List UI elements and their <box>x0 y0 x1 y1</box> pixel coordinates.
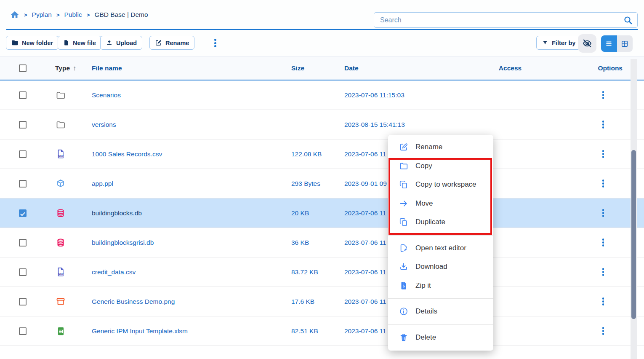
filter-by-button[interactable]: Filter by <box>536 36 581 50</box>
row-options-button[interactable] <box>601 266 606 278</box>
search-input[interactable] <box>374 16 623 24</box>
file-name-link[interactable]: Generic Business Demo.png <box>92 298 175 305</box>
spreadsheet-file-icon <box>56 326 65 336</box>
search-box <box>374 12 638 28</box>
row-options-button[interactable] <box>601 119 606 130</box>
row-options-button[interactable] <box>601 325 606 337</box>
menu-item-duplicate[interactable]: Duplicate <box>388 213 493 232</box>
breadcrumb-item-public[interactable]: Public <box>64 11 82 19</box>
menu-item-zip-it[interactable]: Zip it <box>388 276 493 295</box>
column-header-size[interactable]: Size <box>285 64 337 72</box>
breadcrumb-item-pyplan[interactable]: Pyplan <box>32 11 52 19</box>
menu-divider <box>388 235 493 236</box>
table-row[interactable]: versions 2023-08-15 15:41:13 <box>0 110 644 139</box>
breadcrumb-separator: > <box>87 12 90 18</box>
column-header-file-name[interactable]: File name <box>83 64 285 72</box>
menu-item-details[interactable]: Details <box>388 302 493 321</box>
edit-icon <box>155 39 162 46</box>
row-checkbox[interactable] <box>19 180 27 188</box>
new-folder-label: New folder <box>22 40 53 46</box>
table-row[interactable]: Generic Business Demo.png 17.6 KB 2023-0… <box>0 287 644 316</box>
database-icon <box>56 208 66 218</box>
file-name-link[interactable]: app.ppl <box>92 180 113 187</box>
breadcrumb: > Pyplan > Public > GBD Base | Demo <box>10 10 148 19</box>
table-row[interactable]: Scenarios 2023-07-06 11:15:03 <box>0 80 644 110</box>
row-options-button[interactable] <box>601 296 606 307</box>
select-all-checkbox[interactable] <box>19 64 27 72</box>
row-checkbox[interactable] <box>19 121 27 129</box>
file-size: 20 KB <box>285 209 337 217</box>
row-options-button[interactable] <box>601 148 606 160</box>
upload-label: Upload <box>116 40 137 46</box>
file-name-link[interactable]: buildingblocksgrisi.db <box>92 239 154 246</box>
copy-icon <box>399 217 408 227</box>
new-file-label: New file <box>73 40 96 46</box>
row-checkbox[interactable] <box>19 91 27 99</box>
table-row[interactable]: app.ppl 293 Bytes 2023-09-01 09 <box>0 169 644 198</box>
row-options-button[interactable] <box>601 178 606 189</box>
hide-hidden-files-button[interactable] <box>578 34 596 53</box>
eye-off-icon <box>582 38 593 49</box>
filter-icon <box>542 40 548 46</box>
table-row[interactable]: CSV 1000 Sales Records.csv 122.08 KB 202… <box>0 139 644 169</box>
list-icon <box>604 39 613 48</box>
upload-icon <box>106 39 113 46</box>
info-icon <box>399 307 408 316</box>
file-size: 17.6 KB <box>285 298 337 305</box>
file-name-link[interactable]: Scenarios <box>92 91 121 99</box>
upload-button[interactable]: Upload <box>100 36 142 50</box>
table-row[interactable]: CSV credit_data.csv 83.72 KB 2023-07-06 … <box>0 257 644 287</box>
grid-icon <box>620 40 629 48</box>
rename-button[interactable]: Rename <box>149 36 194 50</box>
trash-icon <box>399 333 408 342</box>
menu-item-download[interactable]: Download <box>388 257 493 276</box>
file-size: 122.08 KB <box>285 150 337 158</box>
new-file-button[interactable]: New file <box>58 36 101 50</box>
table-row[interactable]: buildingblocksgrisi.db 36 KB 2023-07-06 … <box>0 228 644 257</box>
document-edit-icon <box>399 244 408 253</box>
row-options-button[interactable] <box>601 237 606 248</box>
sort-ascending-icon: ↑ <box>73 64 76 72</box>
toolbar-more-options-button[interactable] <box>212 38 218 48</box>
file-name-link[interactable]: credit_data.csv <box>92 268 136 276</box>
file-size: 293 Bytes <box>285 180 337 188</box>
new-folder-button[interactable]: New folder <box>6 36 59 50</box>
folder-icon <box>56 120 66 130</box>
row-checkbox[interactable] <box>19 209 27 217</box>
menu-item-copy-to-workspace[interactable]: Copy to workspace <box>388 175 493 194</box>
file-size: 36 KB <box>285 239 337 246</box>
list-view-button[interactable] <box>601 35 617 52</box>
breadcrumb-item-current: GBD Base | Demo <box>94 11 148 19</box>
database-icon <box>56 238 66 248</box>
file-name-link[interactable]: 1000 Sales Records.csv <box>92 150 162 158</box>
grid-view-button[interactable] <box>617 35 633 52</box>
table-row[interactable]: Generic IPM Input Template.xlsm 82.51 KB… <box>0 316 644 346</box>
row-checkbox[interactable] <box>19 239 27 246</box>
menu-item-delete[interactable]: Delete <box>388 328 493 347</box>
menu-item-open-text-editor[interactable]: Open text editor <box>388 239 493 258</box>
row-checkbox[interactable] <box>19 268 27 276</box>
menu-item-copy[interactable]: Copy <box>388 157 493 176</box>
row-checkbox[interactable] <box>19 298 27 305</box>
scrollbar-thumb[interactable] <box>631 150 636 319</box>
vertical-scrollbar[interactable] <box>631 59 637 359</box>
row-options-button[interactable] <box>601 207 606 219</box>
row-checkbox[interactable] <box>19 150 27 158</box>
column-header-date[interactable]: Date <box>337 64 490 72</box>
file-size: 82.51 KB <box>285 327 337 335</box>
file-name-link[interactable]: versions <box>92 121 116 128</box>
menu-item-rename[interactable]: Rename <box>388 138 493 157</box>
file-date: 2023-07-06 11:15:03 <box>337 91 490 99</box>
table-filler <box>0 346 644 359</box>
file-name-link[interactable]: Generic IPM Input Template.xlsm <box>92 327 188 335</box>
column-header-options: Options <box>530 64 630 72</box>
row-options-button[interactable] <box>601 89 606 101</box>
menu-item-move[interactable]: Move <box>388 194 493 213</box>
row-checkbox[interactable] <box>19 327 27 335</box>
home-icon[interactable] <box>10 10 19 19</box>
toolbar: New folder New file Upload Rename Filter… <box>0 30 644 57</box>
search-icon[interactable] <box>623 15 633 25</box>
column-header-type[interactable]: Type ↑ <box>38 64 83 72</box>
table-row[interactable]: buildingblocks.db 20 KB 2023-07-06 11 <box>0 198 644 228</box>
file-name-link[interactable]: buildingblocks.db <box>92 209 142 217</box>
